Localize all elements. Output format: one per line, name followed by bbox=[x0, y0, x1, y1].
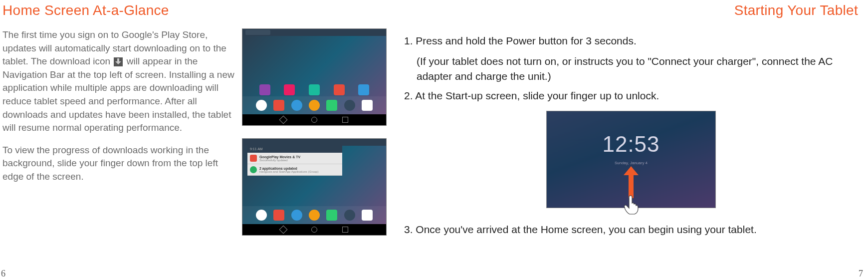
dock bbox=[242, 206, 386, 224]
notification-row: GooglePlay Movies & TV Successfully upda… bbox=[247, 153, 342, 164]
back-nav-icon bbox=[279, 226, 288, 234]
status-bar bbox=[242, 29, 386, 36]
notification-row: 2 applications updated Hangouts and Star… bbox=[247, 164, 342, 176]
dock-icon bbox=[326, 100, 337, 111]
left-text-column: The first time you sign on to Google's P… bbox=[2, 28, 234, 236]
home-screen-screenshot bbox=[242, 28, 387, 126]
dock-icon bbox=[344, 210, 355, 221]
page-number-left: 6 bbox=[1, 269, 5, 279]
dock-icon bbox=[326, 210, 337, 221]
search-pill bbox=[245, 30, 270, 35]
dock-icon bbox=[309, 100, 320, 111]
nav-bar bbox=[242, 114, 386, 125]
app-icon bbox=[358, 84, 369, 95]
download-icon bbox=[114, 57, 123, 66]
play-movies-icon bbox=[250, 155, 257, 162]
paragraph-1: The first time you sign on to Google's P… bbox=[2, 28, 234, 135]
lock-date: Sunday, January 4 bbox=[547, 160, 715, 166]
status-bar bbox=[242, 139, 386, 146]
dock-icon bbox=[309, 210, 320, 221]
right-page: Starting Your Tablet 1. Press and hold t… bbox=[394, 0, 868, 280]
para1-text-b: will appear in the Navigation Bar at the… bbox=[2, 56, 234, 133]
dock-icon bbox=[362, 100, 373, 111]
step-3: 3. Once you've arrived at the Home scree… bbox=[404, 222, 858, 237]
notif-subtitle: Successfully updated bbox=[259, 159, 340, 162]
step-2: 2. At the Start-up screen, slide your fi… bbox=[404, 88, 858, 103]
left-image-column: 9:11 AM GooglePlay Movies & TV Successfu… bbox=[234, 28, 384, 236]
dock-icon bbox=[344, 100, 355, 111]
lock-time: 12:53 bbox=[547, 111, 715, 160]
hand-pointer-icon bbox=[622, 195, 640, 215]
left-page: Home Screen At-a-Glance The first time y… bbox=[0, 0, 394, 280]
notif-text: GooglePlay Movies & TV Successfully upda… bbox=[259, 155, 340, 162]
dock-icon bbox=[273, 210, 284, 221]
home-nav-icon bbox=[311, 117, 317, 123]
dock-icon bbox=[291, 100, 302, 111]
notif-text: 2 applications updated Hangouts and Star… bbox=[259, 167, 340, 173]
swipe-up-indicator bbox=[622, 173, 640, 215]
app-icon bbox=[284, 84, 295, 95]
dock-icon bbox=[256, 100, 267, 111]
lock-screen-wrap: 12:53 Sunday, January 4 bbox=[404, 111, 858, 208]
recent-nav-icon bbox=[342, 227, 348, 233]
notification-panel: 9:11 AM GooglePlay Movies & TV Successfu… bbox=[247, 146, 342, 176]
left-body: The first time you sign on to Google's P… bbox=[0, 18, 394, 236]
lock-screen-screenshot: 12:53 Sunday, January 4 bbox=[546, 111, 716, 208]
updates-icon bbox=[250, 166, 257, 173]
arrow-up-icon bbox=[629, 173, 634, 198]
paragraph-2: To view the progress of downloads workin… bbox=[2, 144, 234, 184]
right-content: 1. Press and hold the Power button for 3… bbox=[394, 18, 868, 237]
dock-icon bbox=[256, 210, 267, 221]
dock-icon bbox=[291, 210, 302, 221]
app-row bbox=[242, 84, 386, 95]
dock-icon bbox=[273, 100, 284, 111]
home-nav-icon bbox=[311, 227, 317, 233]
step-1-line1: 1. Press and hold the Power button for 3… bbox=[404, 35, 637, 46]
step-1: 1. Press and hold the Power button for 3… bbox=[404, 33, 858, 48]
left-heading: Home Screen At-a-Glance bbox=[0, 0, 394, 18]
dock-icon bbox=[362, 210, 373, 221]
app-icon bbox=[259, 84, 270, 95]
arrow-head-icon bbox=[624, 166, 639, 175]
back-nav-icon bbox=[279, 116, 288, 124]
notif-title: 2 applications updated bbox=[259, 167, 340, 170]
app-icon bbox=[309, 84, 320, 95]
nav-bar bbox=[242, 224, 386, 235]
dock bbox=[242, 96, 386, 114]
right-heading: Starting Your Tablet bbox=[394, 0, 868, 18]
app-icon bbox=[334, 84, 345, 95]
notification-screenshot: 9:11 AM GooglePlay Movies & TV Successfu… bbox=[242, 138, 387, 236]
notif-time-header: 9:11 AM bbox=[247, 146, 342, 153]
notif-title: GooglePlay Movies & TV bbox=[259, 155, 340, 159]
notif-subtitle: Hangouts and StartApp Applications (Grou… bbox=[259, 170, 340, 173]
step-1-sub: (If your tablet does not turn on, or ins… bbox=[404, 54, 858, 83]
page-number-right: 7 bbox=[859, 269, 863, 279]
recent-nav-icon bbox=[342, 117, 348, 123]
